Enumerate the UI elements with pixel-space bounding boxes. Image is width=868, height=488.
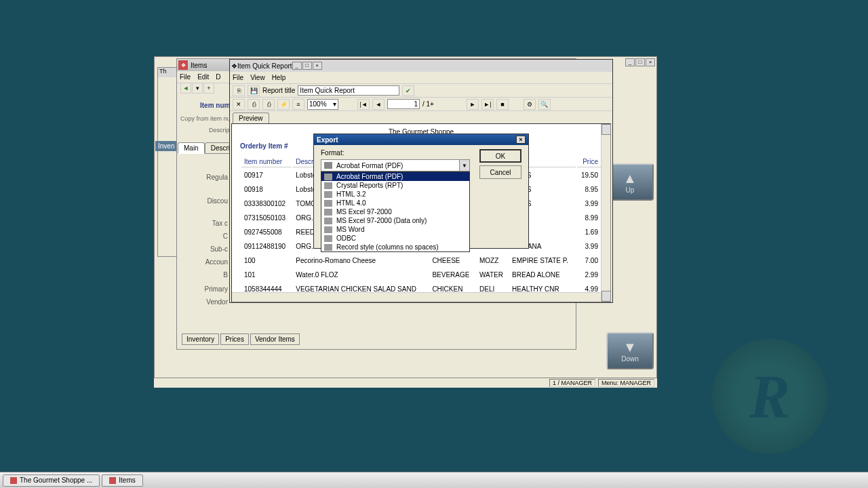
format-option[interactable]: Crystal Reports (RPT)	[321, 181, 469, 190]
menu-d[interactable]: D	[216, 73, 220, 81]
export-icon[interactable]: ⎘	[233, 85, 245, 96]
horizontal-scrollbar[interactable]	[232, 292, 601, 302]
back-button[interactable]: ◄	[180, 83, 191, 94]
page-input[interactable]	[387, 99, 420, 109]
file-type-icon	[324, 235, 332, 242]
file-type-icon	[324, 182, 332, 189]
prev-page-button[interactable]: ◄	[372, 99, 384, 110]
apply-title-button[interactable]: ✔	[402, 85, 414, 96]
status-menu: Menu: MANAGER	[598, 379, 654, 387]
save-icon[interactable]: 💾	[248, 85, 260, 96]
nav-down-label: Down	[621, 355, 639, 363]
minimize-button[interactable]: _	[625, 58, 635, 66]
zoom-select[interactable]: 100%▾	[307, 99, 338, 110]
report-tab-row: Preview	[230, 111, 612, 123]
preview-tab[interactable]: Preview	[233, 113, 269, 123]
format-dropdown-list: Acrobat Format (PDF)Crystal Reports (RPT…	[321, 171, 470, 252]
export-dialog-title-bar: Export ×	[314, 134, 528, 145]
taskbar-items-button[interactable]: Items	[102, 474, 142, 487]
export-dialog: Export × Format: Acrobat Format (PDF) ▼ …	[313, 134, 529, 249]
file-type-icon	[324, 226, 332, 233]
format-option[interactable]: Record style (columns no spaces)	[321, 243, 469, 251]
arrow-down-icon: ▼	[623, 340, 637, 355]
report-icon: ❖	[231, 62, 237, 70]
cancel-button[interactable]: Cancel	[479, 165, 521, 179]
maximize-button[interactable]: □	[635, 58, 645, 66]
dropdown-arrow-icon[interactable]: ▼	[459, 159, 470, 171]
format-option[interactable]: Acrobat Format (PDF)	[321, 172, 469, 181]
file-type-icon	[324, 191, 332, 198]
tab-main[interactable]: Main	[178, 142, 205, 154]
table-header: Item number	[241, 157, 292, 167]
nav-up-button[interactable]: ▲ Up	[606, 163, 654, 201]
description-label: Descrip	[209, 127, 230, 134]
format-combobox[interactable]: Acrobat Format (PDF) ▼ Acrobat Format (P…	[321, 159, 470, 171]
menu-edit[interactable]: Edit	[197, 73, 209, 81]
toggle-tree-icon[interactable]: ≡	[292, 99, 304, 110]
delete-icon[interactable]: ✕	[233, 99, 245, 110]
file-type-icon	[324, 244, 332, 251]
vertical-scrollbar[interactable]	[601, 124, 610, 302]
taskbar-app-icon	[109, 477, 116, 484]
inventory-tab[interactable]: Inven	[155, 141, 177, 151]
format-selected-value: Acrobat Format (PDF)	[336, 162, 403, 169]
prices-button[interactable]: Prices	[220, 333, 249, 345]
report-menu-help[interactable]: Help	[272, 74, 286, 81]
report-menu-bar: File View Help	[230, 72, 612, 84]
stop-button[interactable]: ■	[496, 99, 509, 110]
items-bottom-buttons: Inventory Prices Vendor Items	[182, 333, 300, 345]
pdf-icon	[324, 162, 332, 169]
format-label: Format:	[321, 149, 471, 157]
item-number-label: Item num	[200, 102, 230, 109]
ok-button[interactable]: OK	[479, 149, 521, 163]
report-menu-view[interactable]: View	[250, 74, 265, 81]
taskbar-app-icon	[10, 477, 17, 484]
first-page-button[interactable]: |◄	[357, 99, 370, 110]
report-title-input[interactable]	[298, 85, 399, 96]
table-row[interactable]: 101Water.0 FLOZBEVERAGEWATERBREAD ALONE2…	[241, 268, 601, 281]
report-window-title: Item Quick Report	[237, 62, 292, 70]
nav-down-button[interactable]: ▼ Down	[606, 332, 654, 369]
page-total: / 1+	[422, 100, 434, 108]
last-page-button[interactable]: ►|	[481, 99, 494, 110]
report-close-button[interactable]: ×	[313, 62, 322, 70]
items-window-title: Items	[191, 62, 207, 69]
report-menu-file[interactable]: File	[233, 74, 243, 81]
format-option[interactable]: HTML 3.2	[321, 190, 469, 199]
gourmet-window-sliver: Th Inven	[157, 67, 178, 257]
status-user: 1 / MANAGER	[549, 379, 595, 387]
save-button[interactable]: ▾	[192, 83, 203, 94]
format-option[interactable]: ODBC	[321, 234, 469, 243]
refresh-icon[interactable]: ⚡	[277, 99, 290, 110]
format-option[interactable]: HTML 4.0	[321, 199, 469, 207]
brand-logo-watermark: R	[712, 339, 827, 454]
report-toolbar-2: ✕ ⎙ ⎙ ⚡ ≡ 100%▾ |◄ ◄ / 1+ ► ►| ■ ⚙ 🔍	[230, 98, 612, 111]
print-icon[interactable]: ⎙	[248, 99, 260, 110]
table-row[interactable]: 100Pecorino-Romano CheeseCHEESEMOZZEMPIR…	[241, 254, 601, 267]
file-type-icon	[324, 174, 332, 180]
printer-setup-icon[interactable]: ⎙	[262, 99, 275, 110]
search-icon[interactable]: 🔍	[538, 99, 551, 110]
file-type-icon	[324, 209, 332, 216]
inventory-button[interactable]: Inventory	[182, 333, 219, 345]
report-title-label: Report title	[262, 87, 295, 94]
taskbar-gourmet-button[interactable]: The Gourmet Shoppe ...	[3, 474, 100, 487]
app-icon: ❖	[178, 60, 188, 70]
next-page-button[interactable]: ►	[467, 99, 479, 110]
report-minimize-button[interactable]: _	[292, 62, 302, 70]
taskbar: The Gourmet Shoppe ... Items	[0, 472, 868, 488]
window-title: Th	[158, 68, 177, 77]
report-toolbar-1: ⎘ 💾 Report title ✔	[230, 84, 612, 98]
close-button[interactable]: ×	[646, 58, 655, 66]
format-option[interactable]: MS Excel 97-2000	[321, 207, 469, 216]
group-tree-icon[interactable]: ⚙	[524, 99, 536, 110]
menu-file[interactable]: File	[180, 73, 191, 81]
items-toolbar: ◄ ▾ +	[180, 82, 214, 94]
export-close-button[interactable]: ×	[516, 136, 526, 144]
format-option[interactable]: MS Excel 97-2000 (Data only)	[321, 216, 469, 225]
new-button[interactable]: +	[203, 83, 214, 94]
format-option[interactable]: MS Word	[321, 225, 469, 234]
table-header: Price	[577, 157, 601, 167]
vendor-items-button[interactable]: Vendor Items	[250, 333, 300, 345]
report-maximize-button[interactable]: □	[302, 62, 312, 70]
